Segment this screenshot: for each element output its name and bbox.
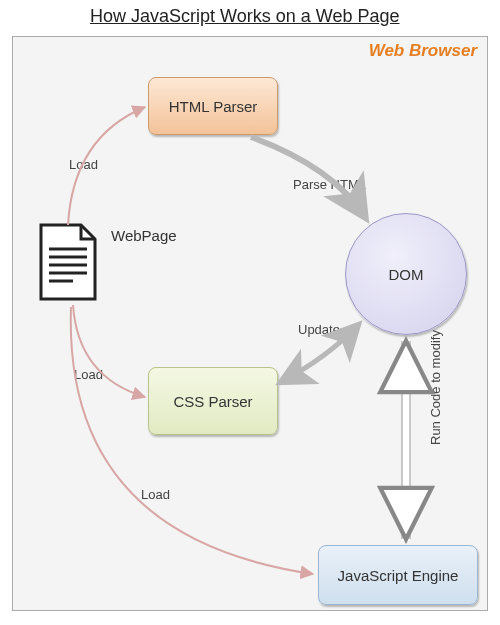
dom-node: DOM (345, 213, 467, 335)
edge-label-load-js: Load (141, 487, 170, 502)
edge-label-update: Update (298, 322, 340, 337)
edge-label-load-html: Load (69, 157, 98, 172)
edge-label-parse-html: Parse HTML (293, 177, 366, 192)
webpage-label: WebPage (111, 227, 177, 244)
edge-label-run-code: Run Code to modify (428, 330, 443, 445)
edge-label-load-css: Load (74, 367, 103, 382)
diagram-title: How JavaScript Works on a Web Page (90, 6, 399, 27)
js-engine-node: JavaScript Engine (318, 545, 478, 605)
document-icon (37, 223, 99, 301)
browser-container: Web Browser WebPage HTML Parser CSS Pars… (12, 36, 488, 611)
html-parser-node: HTML Parser (148, 77, 278, 135)
css-parser-node: CSS Parser (148, 367, 278, 435)
browser-label: Web Browser (369, 41, 477, 61)
